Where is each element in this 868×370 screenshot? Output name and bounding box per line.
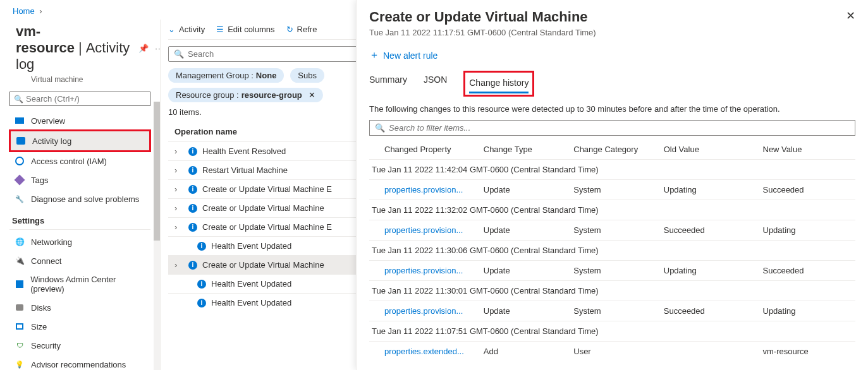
- nav-wac[interactable]: Windows Admin Center (preview): [9, 270, 150, 298]
- resource-title: vm-resource|Activity log: [16, 23, 130, 73]
- change-type: Update: [484, 266, 574, 275]
- info-icon: i: [197, 280, 206, 289]
- detail-panel: Create or Update Virtual Machine Tue Jan…: [356, 0, 868, 370]
- changed-property-link[interactable]: properties.extended...: [384, 347, 470, 356]
- operation-name: Restart Virtual Machine: [202, 165, 288, 175]
- overview-icon: [15, 117, 24, 124]
- pill-subscription[interactable]: Subs: [290, 68, 324, 83]
- table-header: Changed Property Change Type Change Cate…: [369, 141, 855, 159]
- operation-name: Health Event Updated: [211, 298, 291, 307]
- tab-change-history[interactable]: Change history: [469, 74, 529, 93]
- collapse-icon[interactable]: «: [160, 95, 161, 105]
- old-value: [664, 347, 763, 356]
- nav-activity-log[interactable]: Activity log: [11, 131, 149, 150]
- col-old-value: Old Value: [664, 145, 763, 154]
- change-row: properties.provision...UpdateSystemSucce…: [369, 301, 855, 321]
- close-icon[interactable]: ✕: [309, 90, 315, 100]
- change-row: properties.provision...UpdateSystemUpdat…: [369, 179, 855, 200]
- new-value: Succeeded: [763, 266, 853, 275]
- info-icon: i: [197, 299, 206, 307]
- nav-iam[interactable]: Access control (IAM): [9, 152, 150, 170]
- nav-security[interactable]: Security: [9, 336, 150, 355]
- sidebar-search-input[interactable]: [26, 94, 146, 104]
- tab-summary[interactable]: Summary: [369, 71, 407, 97]
- more-icon[interactable]: ···: [155, 44, 161, 53]
- change-type: Add: [484, 347, 574, 356]
- plus-icon: ＋: [369, 49, 379, 62]
- size-icon: [16, 323, 23, 330]
- breadcrumb-home[interactable]: Home: [13, 6, 35, 16]
- wac-icon: [16, 280, 23, 288]
- nav-networking[interactable]: Networking: [9, 232, 150, 251]
- old-value: Updating: [664, 266, 763, 275]
- sidebar-search[interactable]: 🔍 «: [9, 92, 150, 106]
- sidebar: vm-resource|Activity log 📌 ··· Virtual m…: [0, 20, 161, 370]
- change-type: Update: [484, 306, 574, 316]
- filter-items-input[interactable]: [389, 123, 850, 133]
- panel-title: Create or Update Virtual Machine: [369, 9, 596, 25]
- resource-header: vm-resource|Activity log 📌 ···: [9, 20, 150, 75]
- tag-icon: [15, 175, 25, 186]
- scrollbar-thumb[interactable]: [154, 102, 160, 241]
- operation-name: Create or Update Virtual Machine E: [202, 184, 332, 194]
- col-change-type: Change Type: [484, 145, 574, 154]
- close-panel-button[interactable]: ✕: [846, 9, 855, 23]
- filter-items-box[interactable]: 🔍: [369, 120, 855, 136]
- nav-connect[interactable]: Connect: [9, 251, 150, 270]
- change-category: User: [573, 347, 664, 356]
- change-history-table: Changed Property Change Type Change Cate…: [369, 141, 855, 361]
- tool-activity[interactable]: ⌄Activity: [168, 25, 205, 34]
- changed-property-link[interactable]: properties.provision...: [384, 306, 469, 316]
- resource-name: vm-resource: [16, 23, 75, 56]
- new-value: Succeeded: [763, 185, 853, 194]
- nav-disks[interactable]: Disks: [9, 298, 150, 317]
- changed-property-link[interactable]: properties.provision...: [384, 185, 469, 194]
- chevron-right-icon: ›: [174, 203, 185, 213]
- resource-type: Virtual machine: [31, 75, 150, 84]
- chevron-right-icon: ›: [174, 165, 185, 175]
- chevron-down-icon: ⌄: [168, 25, 175, 34]
- panel-subtitle: Tue Jan 11 2022 11:17:51 GMT-0600 (Centr…: [369, 28, 596, 37]
- old-value: Succeeded: [664, 225, 763, 235]
- diagnose-icon: [15, 194, 25, 204]
- new-alert-rule-button[interactable]: ＋ New alert rule: [369, 49, 437, 62]
- operation-name: Health Event Resolved: [202, 146, 286, 156]
- nav-size[interactable]: Size: [9, 317, 150, 336]
- info-icon: i: [188, 223, 197, 232]
- change-type: Update: [484, 185, 574, 194]
- change-row: properties.provision...UpdateSystemSucce…: [369, 220, 855, 240]
- search-icon: 🔍: [14, 95, 23, 104]
- change-group-header: Tue Jan 11 2022 11:42:04 GMT-0600 (Centr…: [369, 159, 855, 179]
- tool-edit-columns[interactable]: ☰Edit columns: [216, 25, 274, 34]
- chevron-right-icon: ›: [174, 146, 185, 156]
- nav-advisor[interactable]: Advisor recommendations: [9, 355, 150, 370]
- new-value: Updating: [763, 306, 853, 316]
- change-category: System: [573, 225, 664, 235]
- changed-property-link[interactable]: properties.provision...: [384, 225, 469, 235]
- tab-json[interactable]: JSON: [424, 71, 447, 97]
- changed-property-link[interactable]: properties.provision...: [384, 266, 469, 275]
- pin-icon[interactable]: 📌: [138, 44, 149, 53]
- change-group-header: Tue Jan 11 2022 11:30:06 GMT-0600 (Centr…: [369, 240, 855, 260]
- search-icon: 🔍: [174, 49, 184, 59]
- change-group-header: Tue Jan 11 2022 11:30:01 GMT-0600 (Centr…: [369, 280, 855, 301]
- connect-icon: [15, 256, 25, 266]
- nav-diagnose[interactable]: Diagnose and solve problems: [9, 189, 150, 208]
- refresh-icon: ↻: [286, 25, 293, 34]
- new-value: Updating: [763, 225, 853, 235]
- col-changed-property: Changed Property: [384, 145, 484, 154]
- info-icon: i: [197, 242, 206, 251]
- pill-management-group[interactable]: Management Group : None: [168, 68, 284, 83]
- new-value: vm-resource: [763, 347, 853, 356]
- pill-resource-group[interactable]: Resource group : resource-group✕: [168, 88, 323, 102]
- search-icon: 🔍: [375, 123, 385, 133]
- chevron-right-icon: ›: [39, 6, 42, 16]
- chevron-right-icon: ›: [174, 222, 185, 232]
- advisor-icon: [15, 359, 25, 369]
- change-group-header: Tue Jan 11 2022 11:07:51 GMT-0600 (Centr…: [369, 321, 855, 341]
- tool-refresh[interactable]: ↻Refre: [286, 25, 317, 34]
- info-icon: i: [188, 204, 197, 213]
- old-value: Succeeded: [664, 306, 763, 316]
- nav-overview[interactable]: Overview: [9, 111, 150, 130]
- nav-tags[interactable]: Tags: [9, 170, 150, 189]
